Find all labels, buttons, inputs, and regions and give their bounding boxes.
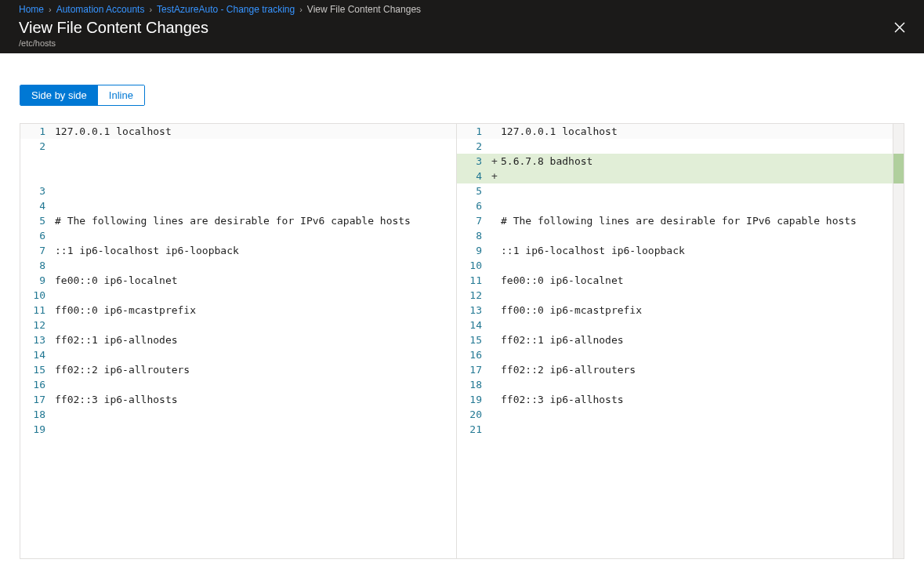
breadcrumb-tracking[interactable]: TestAzureAuto - Change tracking (157, 4, 295, 15)
diff-left-pane[interactable]: 1127.0.0.1 localhost2345# The following … (20, 124, 457, 558)
line-number: 6 (457, 198, 490, 213)
diff-line: 6 (20, 228, 456, 243)
diff-line: 9::1 ip6-localhost ip6-loopback (457, 243, 893, 258)
line-number: 20 (457, 407, 490, 422)
line-number: 21 (457, 422, 490, 437)
diff-line: 6 (457, 198, 893, 213)
line-content: 5.6.7.8 badhost (499, 154, 893, 169)
line-number: 15 (20, 362, 53, 377)
line-number: 10 (457, 258, 490, 273)
line-number: 16 (20, 377, 53, 392)
line-number: 2 (20, 139, 53, 154)
line-content: # The following lines are desirable for … (53, 213, 456, 228)
line-number: 7 (20, 243, 53, 258)
content-area: Side by side Inline 1127.0.0.1 localhost… (0, 53, 924, 563)
diff-sign: + (490, 154, 499, 169)
line-number: 11 (20, 303, 53, 318)
close-button[interactable] (890, 17, 910, 38)
line-number: 4 (457, 169, 490, 183)
side-by-side-tab[interactable]: Side by side (20, 85, 98, 105)
page-subtitle: /etc/hosts (19, 38, 208, 48)
diff-viewer: 1127.0.0.1 localhost2345# The following … (20, 123, 904, 559)
line-number: 3 (20, 183, 53, 198)
diff-line: 17ff02::3 ip6-allhosts (20, 392, 456, 407)
diff-line: 2 (457, 139, 893, 154)
line-content: fe00::0 ip6-localnet (53, 273, 456, 288)
diff-line: 3+5.6.7.8 badhost (457, 154, 893, 169)
diff-line: 10 (457, 258, 893, 273)
line-content: ff02::3 ip6-allhosts (499, 392, 893, 407)
diff-line: 7# The following lines are desirable for… (457, 213, 893, 228)
line-number: 15 (457, 332, 490, 347)
diff-line: 10 (20, 288, 456, 303)
line-number: 19 (457, 392, 490, 407)
line-number: 5 (457, 183, 490, 198)
line-content: ff00::0 ip6-mcastprefix (499, 303, 893, 318)
diff-line: 18 (457, 377, 893, 392)
line-content: 127.0.0.1 localhost (53, 124, 456, 139)
diff-line (20, 169, 456, 183)
diff-line: 13ff02::1 ip6-allnodes (20, 332, 456, 347)
diff-right-pane[interactable]: 1127.0.0.1 localhost23+5.6.7.8 badhost4+… (457, 124, 893, 558)
close-icon (894, 22, 905, 33)
line-number: 10 (20, 288, 53, 303)
line-content: ff02::3 ip6-allhosts (53, 392, 456, 407)
line-number: 9 (457, 243, 490, 258)
line-content: ff00::0 ip6-mcastprefix (53, 303, 456, 318)
line-number: 17 (457, 362, 490, 377)
line-number: 12 (457, 288, 490, 303)
line-number: 1 (20, 124, 53, 139)
diff-line: 3 (20, 183, 456, 198)
line-content: # The following lines are desirable for … (499, 213, 893, 228)
diff-line: 1127.0.0.1 localhost (20, 124, 456, 139)
diff-line: 19ff02::3 ip6-allhosts (457, 392, 893, 407)
top-bar: Home › Automation Accounts › TestAzureAu… (0, 0, 924, 53)
line-number: 6 (20, 228, 53, 243)
diff-line: 9fe00::0 ip6-localnet (20, 273, 456, 288)
breadcrumb: Home › Automation Accounts › TestAzureAu… (0, 0, 924, 17)
line-number: 14 (20, 347, 53, 362)
line-number: 7 (457, 213, 490, 228)
line-content: fe00::0 ip6-localnet (499, 273, 893, 288)
line-number: 5 (20, 213, 53, 228)
line-number: 4 (20, 198, 53, 213)
breadcrumb-current: View File Content Changes (307, 4, 421, 15)
diff-line: 12 (20, 318, 456, 332)
line-content: ::1 ip6-localhost ip6-loopback (499, 243, 893, 258)
line-number: 18 (457, 377, 490, 392)
diff-overview-ruler[interactable] (893, 124, 904, 558)
view-toggle: Side by side Inline (20, 85, 145, 106)
diff-line: 5# The following lines are desirable for… (20, 213, 456, 228)
diff-line: 12 (457, 288, 893, 303)
breadcrumb-home[interactable]: Home (19, 4, 44, 15)
line-number: 8 (457, 228, 490, 243)
diff-line: 16 (20, 377, 456, 392)
diff-line: 17ff02::2 ip6-allrouters (457, 362, 893, 377)
diff-line: 8 (457, 228, 893, 243)
line-number: 18 (20, 407, 53, 422)
diff-line: 2 (20, 139, 456, 154)
diff-sign: + (490, 169, 499, 183)
line-content: ff02::2 ip6-allrouters (53, 362, 456, 377)
breadcrumb-accounts[interactable]: Automation Accounts (56, 4, 145, 15)
page-title: View File Content Changes (19, 17, 208, 38)
diff-line: 5 (457, 183, 893, 198)
diff-line: 1127.0.0.1 localhost (457, 124, 893, 139)
line-number: 16 (457, 347, 490, 362)
line-number: 1 (457, 124, 490, 139)
diff-line: 11ff00::0 ip6-mcastprefix (20, 303, 456, 318)
diff-line: 14 (20, 347, 456, 362)
line-number: 8 (20, 258, 53, 273)
diff-line: 8 (20, 258, 456, 273)
line-content: ff02::1 ip6-allnodes (499, 332, 893, 347)
inline-tab[interactable]: Inline (98, 85, 144, 105)
line-number: 19 (20, 422, 53, 437)
line-number: 12 (20, 318, 53, 332)
diff-line: 18 (20, 407, 456, 422)
line-content: ff02::2 ip6-allrouters (499, 362, 893, 377)
diff-line: 14 (457, 318, 893, 332)
diff-line: 7::1 ip6-localhost ip6-loopback (20, 243, 456, 258)
line-number: 13 (457, 303, 490, 318)
line-content: ::1 ip6-localhost ip6-loopback (53, 243, 456, 258)
chevron-right-icon: › (299, 5, 303, 14)
